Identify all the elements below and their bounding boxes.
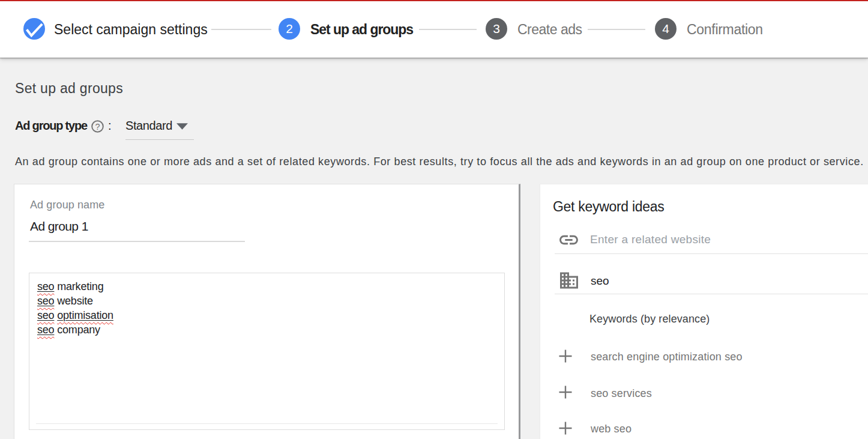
svg-text:?: ? (95, 122, 100, 132)
